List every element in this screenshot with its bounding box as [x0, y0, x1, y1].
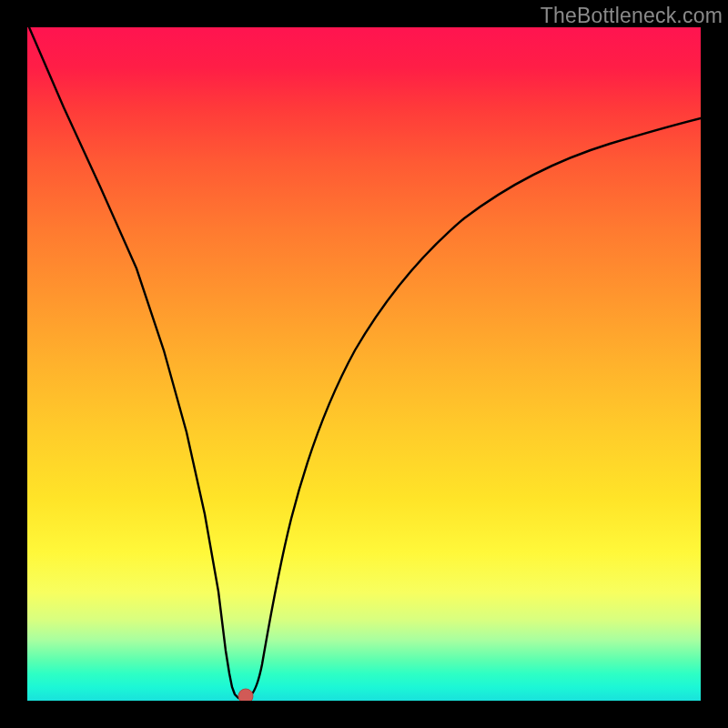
minimum-dot	[238, 689, 253, 701]
chart-frame: TheBottleneck.com	[0, 0, 728, 728]
watermark-text: TheBottleneck.com	[541, 4, 723, 28]
bottleneck-curve-right	[246, 118, 701, 698]
curve-svg	[27, 27, 701, 701]
plot-area	[27, 27, 701, 701]
bottleneck-curve-left	[29, 27, 246, 698]
